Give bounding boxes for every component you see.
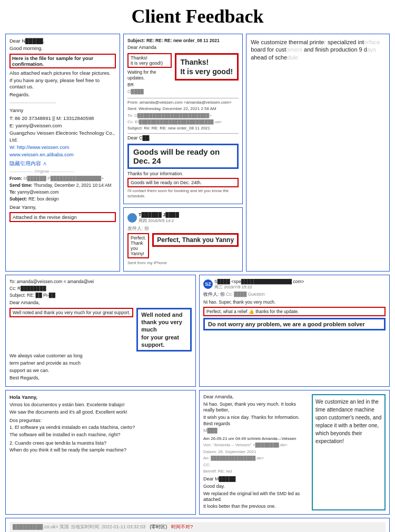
card2-thanks-line2: it is very good!) (131, 61, 163, 66)
card4-user: T██████ J████ (139, 212, 179, 217)
card5-regards: Best Regards, (9, 375, 192, 382)
card5-body3: support as we can. (9, 368, 192, 374)
card1-divider2: ----------------- Original -------------… (9, 169, 116, 174)
card-do-not-worry: SZ S████ <spe████████████████.com> 周三 20… (199, 275, 390, 387)
card2-thanks-info: Thanks for your information. (127, 171, 239, 177)
card2-to-line: To: O████████████████████████> (127, 113, 239, 118)
card1-attached: Attached is the revise design (13, 214, 76, 220)
card7-line2: We saw the documents and it's all good. … (9, 409, 192, 416)
card1-to-label: To: (9, 189, 16, 195)
card6-date: 周三 2019/7/9 15:22 (214, 284, 304, 290)
card1-sent-val: Thursday, December 2, 2021 10:14 AM (34, 183, 112, 188)
card5-highlight: Well noted and thank you very much for y… (13, 310, 130, 315)
card1-sent-label: Send time: (9, 183, 32, 188)
avatar (127, 213, 137, 223)
card5-body1: We always value customer as long (9, 353, 192, 359)
card7-greeting: Hola Yanny, (9, 394, 192, 400)
page-title: Client Feedback (5, 5, 390, 27)
card1-subj-val: RE: box design (28, 196, 59, 202)
card6-highlight-text: Perfect, what a relief 👍 thanks for the … (206, 309, 299, 314)
card1-collapse[interactable]: 隐藏引用内容 ∧ (9, 160, 116, 167)
card5-cc: Cc: R████████ (9, 286, 192, 292)
card7-line1: Vimos los documentos y están bien. Excel… (9, 402, 192, 408)
card7-dos: Dos preguntas: (9, 418, 192, 424)
card1-dear: Dear Yanny, (9, 204, 116, 210)
card5-dear: Dear Amanda, (9, 300, 192, 306)
card-yes-great: █████████.co.uk> 英国 当地实时时间: 2022-01-11 0… (5, 518, 390, 532)
card-email-2: Subject: RE: RE: RE: new order_08 11 202… (123, 34, 243, 204)
card5-callout: Well noted and thank you very muchfor yo… (136, 308, 192, 352)
card8-line1: Ni hao. Super, thank you very much. It l… (203, 401, 309, 414)
card8-callout: We customize an led in the time attendan… (312, 394, 386, 510)
card6-to: 收件人: 你 Cc: ████ Gueston (203, 292, 386, 297)
card2-contact: I'll contact them soon for booking and l… (127, 188, 239, 199)
card6-callout: Do not worry any problem, we are a good … (203, 318, 386, 330)
card6-callout-text: Do not worry any problem, we are a good … (208, 321, 365, 327)
card7-q1b: The software will be installed in each m… (9, 432, 192, 438)
card1-email: E: yanny@veissen.com (9, 123, 116, 129)
card7-q2: 2. Cuando crees que tendrás la muestra l… (9, 440, 192, 447)
card4-callout-text: Perfect, Thank you Yanny (157, 236, 234, 244)
card1-body3: Regards. (9, 92, 116, 98)
card4-body-box: Perfect. Thank you Yanny! (127, 233, 149, 258)
card8-von: Von: "Amanda -- Veissen" <████████.de> (203, 443, 309, 448)
card2-waiting: Waiting for the updates. (127, 69, 172, 81)
card-email-1: Dear N█████, Good morning. Here is the f… (5, 34, 120, 272)
card8-datum: Datum: 26. September 2021 (203, 449, 309, 455)
card-dear-amanda-led: Dear Amanda, Ni hao. Super, thank you ve… (199, 390, 390, 515)
card1-web1: W: http://www.veissen.com (9, 144, 116, 150)
card7-q1: 1. El software ya vendrá instalado en ca… (9, 425, 192, 431)
card2-br: BR (127, 82, 172, 88)
card1-to-val: yanny@veissen.com (17, 189, 59, 195)
card1-subgreeting: Good morning. (9, 45, 116, 52)
card8-callout-text: We customize an led in the time attendan… (315, 399, 381, 444)
card8-line3: M███ (203, 428, 309, 434)
card1-highlight: Here is the file for sample for your con… (9, 54, 116, 68)
card8-from: Am 26.09.21 um 04:49 schrieb Amanda---Ve… (203, 436, 309, 441)
sz-badge: SZ (203, 279, 213, 289)
card1-company: Guangzhou Veissen Electronic Technology … (9, 130, 116, 143)
time-wrong: 时间不对? (171, 524, 193, 530)
card2-thanks-inline: Thanks! it is very good!) (127, 53, 172, 68)
card1-sent: Send time: Thursday, December 2, 2021 10… (9, 183, 116, 188)
card-well-noted: To: amanda@veissen.com < amanda@vei Cc: … (5, 275, 196, 387)
card-text-1: We customize thermal printer specialized… (246, 34, 390, 272)
url-bar: █████████.co.uk> 英国 当地实时时间: 2022-01-11 0… (9, 522, 386, 532)
card4-date: 周四 2016/5/5 14:2 (139, 218, 174, 223)
card1-greeting: Dear N█████, (9, 38, 116, 44)
card5-subj: Subject: RE: ██ PI-██ (9, 293, 192, 298)
card4-sender-label: 发件人: 你 (127, 226, 239, 232)
card1-sender: Yanny (9, 107, 116, 114)
card2-goods-small: Goods will be ready on Dec. 24th. (127, 178, 239, 187)
card5-body2: term partner and provide as much (9, 360, 192, 367)
card4-body: Perfect. Thank you Yanny! (131, 235, 146, 256)
card1-from: From: M██████ P████████████████> (9, 176, 116, 182)
card8-dear2: Dear M█████ (203, 476, 309, 483)
card1-subj: Subject: RE: box design (9, 196, 116, 202)
card2-cc-line: Cc: Ef█████████████████████████.ua> (127, 119, 239, 125)
card2-thanks-line: Thanks! (131, 55, 147, 61)
card2-callout-big: Thanks!It is very good! (175, 53, 239, 81)
card4-callout: Perfect, Thank you Yanny (152, 233, 239, 247)
card2-goods-big: Goods will be ready on Dec. 24 (127, 144, 239, 169)
card2-sent-line: Sent: Wednesday, December 22, 2021 2:58 … (127, 106, 239, 112)
card2-goods-small-text: Goods will be ready on Dec. 24th. (131, 180, 202, 185)
card6-sender: S████ <spe████████████████.com> (214, 279, 304, 284)
card1-divider: ---------------------------- (9, 99, 116, 106)
card1-from-label: From: (9, 176, 22, 181)
card1-body2: If you have any query, please feel free … (9, 77, 116, 91)
card2-from-line: From: amanda@veissen.com <amanda@veissen… (127, 100, 239, 105)
card2-subject: Subject: RE: RE: RE: new order_08 11 202… (127, 38, 239, 44)
card3-text: We customize thermal printer specialized… (251, 38, 385, 61)
url-bar-text: █████████.co.uk> 英国 当地实时时间: 2022-01-11 0… (13, 524, 145, 530)
card8-line2: It wish you a nice day. Thanks for Infor… (203, 415, 309, 427)
card1-body1: Also attached each pictures for clear pi… (9, 70, 116, 76)
card8-good-day: Good day. (203, 484, 309, 490)
card1-attached-highlight: Attached is the revise design (9, 212, 116, 222)
card7-q2b: When do you think it will be ready the s… (9, 447, 192, 454)
card5-highlight-box: Well noted and thank you very much for y… (9, 308, 133, 317)
card1-from-val: M██████ P████████████████> (23, 176, 104, 181)
timezone-text: (零时区) (150, 524, 167, 530)
card1-web2: www.veissen.en.alibaba.com (9, 152, 116, 158)
card1-subj-label: Subject: (9, 196, 27, 202)
